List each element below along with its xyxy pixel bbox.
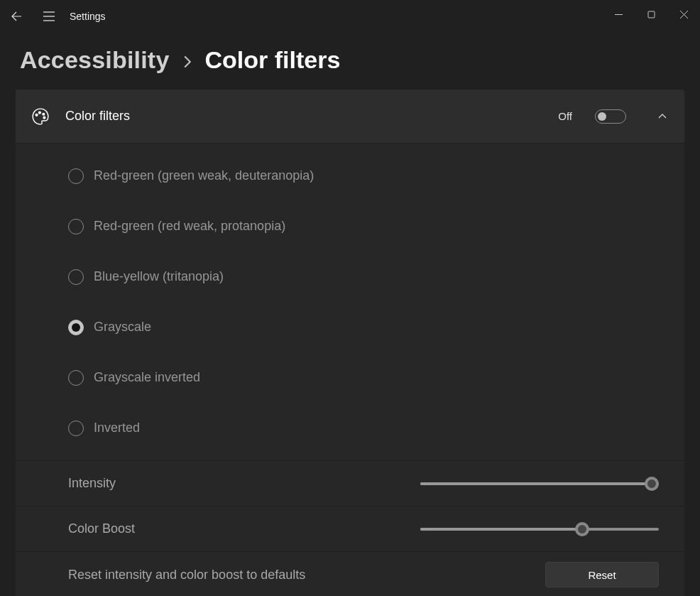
title-bar: Settings — [0, 0, 700, 32]
maximize-icon — [647, 11, 655, 18]
reset-button[interactable]: Reset — [545, 562, 659, 587]
radio-label: Red-green (green weak, deuteranopia) — [94, 168, 314, 183]
minimize-button[interactable] — [602, 0, 635, 28]
filter-option-protanopia[interactable]: Red-green (red weak, protanopia) — [16, 201, 684, 251]
reset-description: Reset intensity and color boost to defau… — [68, 568, 545, 583]
app-title: Settings — [70, 11, 106, 22]
filter-option-grayscale[interactable]: Grayscale — [16, 302, 684, 352]
radio-label: Grayscale inverted — [94, 370, 200, 385]
svg-point-8 — [39, 112, 41, 114]
filter-option-tritanopia[interactable]: Blue-yellow (tritanopia) — [16, 251, 684, 302]
radio-icon — [68, 219, 84, 234]
nav-menu-button[interactable] — [33, 0, 65, 32]
radio-label: Red-green (red weak, protanopia) — [94, 219, 285, 234]
radio-icon-selected — [68, 320, 84, 335]
radio-icon — [68, 269, 84, 285]
color-filters-toggle[interactable] — [595, 109, 626, 124]
color-boost-row: Color Boost — [16, 506, 684, 552]
radio-label: Grayscale — [94, 320, 151, 335]
breadcrumb-parent[interactable]: Accessibility — [20, 46, 170, 74]
breadcrumb-current: Color filters — [205, 46, 341, 74]
chevron-up-icon[interactable] — [657, 112, 667, 121]
back-button[interactable] — [0, 0, 33, 32]
radio-icon — [68, 421, 84, 436]
panel-title: Color filters — [65, 109, 542, 124]
filter-radio-group: Red-green (green weak, deuteranopia) Red… — [16, 143, 684, 461]
toggle-state-label: Off — [558, 110, 572, 122]
window-controls — [602, 0, 700, 28]
intensity-row: Intensity — [16, 461, 684, 506]
svg-point-9 — [43, 113, 45, 115]
filter-option-inverted[interactable]: Inverted — [16, 403, 684, 453]
intensity-label: Intensity — [68, 476, 420, 491]
intensity-slider[interactable] — [420, 477, 659, 491]
radio-label: Blue-yellow (tritanopia) — [94, 269, 224, 284]
toggle-knob — [598, 112, 606, 121]
back-arrow-icon — [11, 11, 22, 22]
color-boost-slider[interactable] — [420, 522, 659, 536]
color-filters-panel-header[interactable]: Color filters Off — [16, 90, 684, 143]
chevron-right-icon — [182, 52, 192, 74]
svg-point-7 — [35, 114, 38, 116]
close-button[interactable] — [667, 0, 700, 28]
svg-point-10 — [43, 117, 45, 119]
filter-option-deuteranopia[interactable]: Red-green (green weak, deuteranopia) — [16, 151, 684, 201]
radio-icon — [68, 168, 84, 184]
filter-option-grayscale-inverted[interactable]: Grayscale inverted — [16, 352, 684, 403]
minimize-icon — [615, 11, 623, 18]
hamburger-icon — [43, 11, 55, 21]
maximize-button[interactable] — [635, 0, 667, 28]
breadcrumb: Accessibility Color filters — [0, 32, 700, 90]
radio-icon — [68, 370, 84, 386]
reset-row: Reset intensity and color boost to defau… — [16, 552, 684, 596]
svg-rect-4 — [648, 11, 655, 18]
color-boost-label: Color Boost — [68, 521, 420, 536]
close-icon — [680, 11, 688, 18]
palette-icon — [31, 107, 50, 126]
radio-label: Inverted — [94, 421, 140, 435]
